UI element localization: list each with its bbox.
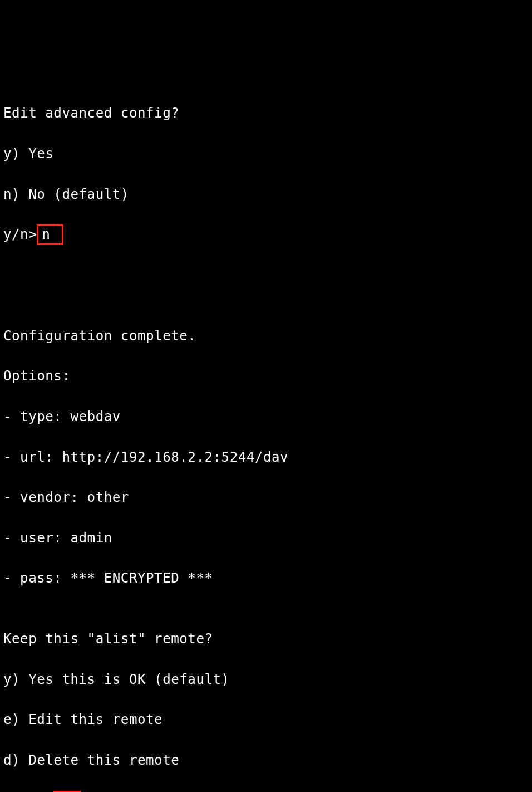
config-pass: - pass: *** ENCRYPTED *** (3, 568, 529, 588)
edit-advanced-input[interactable]: n (37, 224, 63, 245)
keep-option-delete: d) Delete this remote (3, 750, 529, 770)
edit-advanced-prompt: y/n> (3, 227, 37, 242)
config-user: - user: admin (3, 528, 529, 548)
edit-advanced-option-no: n) No (default) (3, 184, 529, 204)
keep-remote-question: Keep this "alist" remote? (3, 629, 529, 649)
config-url: - url: http://192.168.2.2:5244/dav (3, 447, 529, 467)
config-type: - type: webdav (3, 407, 529, 427)
keep-option-edit: e) Edit this remote (3, 710, 529, 730)
edit-advanced-option-yes: y) Yes (3, 144, 529, 164)
keep-option-yes: y) Yes this is OK (default) (3, 669, 529, 690)
config-vendor: - vendor: other (3, 487, 529, 507)
config-complete-header: Configuration complete. (3, 326, 529, 346)
config-options-label: Options: (3, 366, 529, 386)
edit-advanced-question: Edit advanced config? (3, 103, 529, 123)
